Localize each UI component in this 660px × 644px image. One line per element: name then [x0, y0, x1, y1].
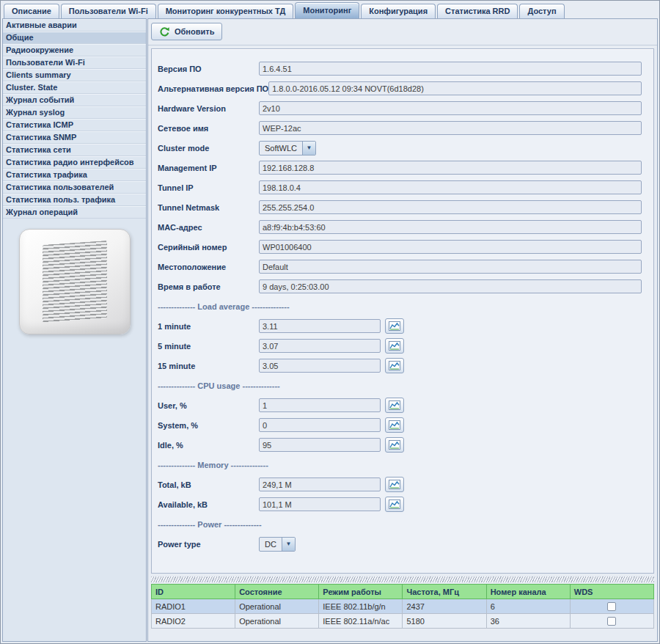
load-1min-field[interactable] [259, 319, 381, 333]
form-row: Management IP [156, 158, 648, 178]
tunnel-netmask-field[interactable] [259, 200, 642, 214]
sidebar: Активные аварииОбщиеРадиоокружениеПользо… [2, 18, 147, 642]
tab-bar: ОписаниеПользователи Wi-FiМониторинг кон… [2, 2, 658, 18]
sidebar-item-9[interactable]: Статистика ICMP [3, 119, 146, 131]
cluster-mode-combobox[interactable]: SoftWLC▼ [259, 141, 316, 155]
sidebar-item-12[interactable]: Статистика радио интерфейсов [3, 156, 146, 169]
cpu-idle-field[interactable] [259, 438, 381, 452]
form-row: System, % [156, 415, 648, 435]
tunnel-ip-field[interactable] [259, 180, 642, 194]
mac-address-field[interactable] [259, 220, 642, 234]
tab-5[interactable]: Конфигурация [361, 4, 436, 18]
chart-button[interactable] [385, 318, 404, 334]
device-body [19, 229, 131, 334]
section-header: -------------- Power -------------- [156, 514, 648, 534]
cluster-mode-label: Cluster mode [156, 144, 259, 153]
load-5min-label: 5 minute [156, 342, 259, 351]
tunnel-netmask-label: Tunnel Netmask [156, 203, 259, 212]
cluster-mode-value: SoftWLC [260, 142, 302, 155]
device-grille-texture [43, 241, 107, 323]
cpu-system-field[interactable] [259, 418, 381, 432]
memory-available-label: Available, kB [156, 500, 259, 509]
sidebar-item-4[interactable]: Пользователи Wi-Fi [3, 56, 146, 69]
chart-button[interactable] [385, 497, 404, 512]
management-ip-field[interactable] [259, 161, 642, 175]
uptime-field[interactable] [259, 279, 642, 293]
toolbar: Обновить [148, 19, 657, 45]
management-ip-label: Management IP [156, 164, 259, 172]
memory-total-field[interactable] [259, 477, 381, 491]
cpu-user-field[interactable] [259, 398, 381, 412]
tab-3[interactable]: Мониторинг конкурентных ТД [158, 4, 294, 18]
table-row[interactable]: RADIO2OperationalIEEE 802.11a/n/ac518036 [152, 614, 654, 629]
sidebar-item-15[interactable]: Статистика польз. трафика [3, 194, 146, 206]
serial-number-field[interactable] [259, 240, 642, 254]
refresh-button[interactable]: Обновить [151, 23, 222, 40]
column-header-1[interactable]: ID [152, 585, 235, 599]
hardware-version-label: Hardware Version [156, 104, 259, 113]
chart-button[interactable] [385, 477, 404, 492]
chevron-down-icon[interactable]: ▼ [302, 142, 315, 155]
sidebar-item-8[interactable]: Журнал syslog [3, 106, 146, 119]
column-header-5[interactable]: Номер канала [486, 585, 570, 599]
form-row: User, % [156, 395, 648, 415]
cpu-user-label: User, % [156, 401, 259, 410]
sidebar-item-5[interactable]: Clients summary [3, 69, 146, 81]
chart-button[interactable] [385, 437, 404, 453]
tab-1[interactable]: Описание [4, 4, 59, 18]
load-1min-label: 1 minute [156, 322, 259, 331]
chevron-down-icon[interactable]: ▼ [282, 538, 295, 551]
network-name-field[interactable] [259, 121, 642, 135]
sidebar-item-6[interactable]: Cluster. State [3, 81, 146, 94]
column-header-4[interactable]: Частота, МГц [403, 585, 486, 599]
sidebar-item-14[interactable]: Статистика пользователей [3, 181, 146, 194]
power-type-value: DC [260, 538, 282, 551]
tab-6[interactable]: Статистика RRD [437, 4, 518, 18]
cell-mode: IEEE 802.11a/n/ac [319, 614, 403, 629]
sidebar-item-16[interactable]: Журнал операций [3, 206, 146, 219]
memory-available-field[interactable] [259, 497, 381, 511]
form-row: Время в работе [156, 277, 648, 296]
sidebar-list: Активные аварииОбщиеРадиоокружениеПользо… [3, 19, 146, 219]
mac-address-label: MAC-адрес [156, 223, 259, 232]
tab-4[interactable]: Мониторинг [295, 2, 359, 18]
form-row: 15 minute [156, 356, 648, 376]
radio-table-wrap: IDСостояниеРежим работыЧастота, МГцНомер… [151, 584, 654, 629]
form-row: Power typeDC▼ [156, 534, 648, 554]
load-5min-field[interactable] [259, 339, 381, 353]
wds-checkbox[interactable] [607, 617, 616, 626]
radio-table-head-row: IDСостояниеРежим работыЧастота, МГцНомер… [152, 585, 654, 599]
chart-button[interactable] [385, 338, 404, 354]
chart-button[interactable] [385, 398, 404, 413]
sidebar-item-10[interactable]: Статистика SNMP [3, 131, 146, 144]
location-field[interactable] [259, 260, 642, 274]
sidebar-item-11[interactable]: Статистика сети [3, 144, 146, 156]
column-header-6[interactable]: WDS [570, 585, 653, 599]
sidebar-item-1[interactable]: Активные аварии [3, 19, 146, 32]
radio-table-body: RADIO1OperationalIEEE 802.11b/g/n24376RA… [152, 599, 654, 629]
column-header-3[interactable]: Режим работы [319, 585, 403, 599]
load-15min-field[interactable] [259, 359, 381, 373]
hardware-version-field[interactable] [259, 101, 642, 115]
column-header-2[interactable]: Состояние [235, 585, 319, 599]
form-row: Tunnel IP [156, 178, 648, 197]
power-type-combobox[interactable]: DC▼ [259, 537, 296, 552]
wds-checkbox[interactable] [607, 602, 616, 611]
firmware-version-label: Версия ПО [156, 65, 259, 73]
sidebar-item-13[interactable]: Статистика трафика [3, 169, 146, 181]
firmware-version-field[interactable] [259, 62, 642, 76]
chart-button[interactable] [385, 417, 404, 433]
sidebar-item-2[interactable]: Общие [3, 32, 146, 44]
form-row: Available, kB [156, 494, 648, 514]
chart-button[interactable] [385, 358, 404, 373]
sidebar-item-7[interactable]: Журнал событий [3, 94, 146, 106]
split-divider[interactable] [151, 577, 654, 582]
section-header: -------------- Load average ------------… [156, 296, 648, 316]
load-15min-label: 15 minute [156, 362, 259, 370]
table-row[interactable]: RADIO1OperationalIEEE 802.11b/g/n24376 [152, 599, 654, 614]
alt-firmware-version-field[interactable] [268, 81, 642, 95]
sidebar-item-3[interactable]: Радиоокружение [3, 44, 146, 56]
tab-7[interactable]: Доступ [519, 4, 564, 18]
tab-2[interactable]: Пользователи Wi-Fi [61, 4, 156, 18]
cpu-idle-label: Idle, % [156, 441, 259, 450]
